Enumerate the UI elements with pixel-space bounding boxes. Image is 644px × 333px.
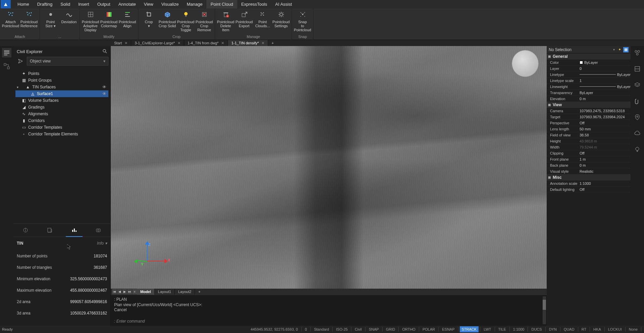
prop-value[interactable]: 50 mm <box>578 127 631 131</box>
info-tab-stats[interactable] <box>66 223 83 237</box>
ribbon-pointcloud-crop-solid[interactable]: PointcloudCrop Solid <box>158 9 177 35</box>
ribbon-pointcloud-colormap[interactable]: PointcloudColormap <box>100 9 118 35</box>
collapse-icon[interactable]: ▣ <box>548 103 551 107</box>
prop-value[interactable]: 79.5244 m <box>578 145 631 149</box>
prop-group-header[interactable]: ▣Misc <box>547 174 631 180</box>
visibility-icon[interactable]: 👁 <box>102 85 108 89</box>
prop-row[interactable]: Width79.5244 m <box>547 144 631 150</box>
status-toggle-strack[interactable]: STRACK <box>460 326 479 332</box>
status-toggle-lwt[interactable]: LWT <box>482 326 493 332</box>
menu-manage[interactable]: Manage <box>183 0 206 8</box>
prop-value[interactable]: ByLayer <box>578 91 631 95</box>
new-doc-button[interactable]: + <box>268 40 277 46</box>
status-units[interactable]: 0 <box>303 326 309 332</box>
tree-node-tin-surfaces[interactable]: ▾▲TIN Surfaces👁 <box>15 84 108 90</box>
ribbon-pointcloud-export[interactable]: PointcloudExport <box>235 9 253 35</box>
right-tool-location[interactable] <box>633 113 642 122</box>
menu-visualize[interactable]: Visualize <box>157 0 183 8</box>
add-layout-button[interactable]: + <box>195 289 204 295</box>
menu-solid[interactable]: Solid <box>56 0 74 8</box>
close-icon[interactable]: ✕ <box>178 40 181 46</box>
doc-tab[interactable]: 3-1_CivilExplorer-Large*✕ <box>131 40 184 46</box>
quickselect-icon[interactable]: ✦ <box>617 47 622 52</box>
info-tab-2[interactable] <box>41 223 58 237</box>
tin-info-dropdown[interactable]: Info ▾ <box>97 241 107 246</box>
status-toggle-dyn[interactable]: DYN <box>547 326 559 332</box>
ribbon-pointcloud-reference[interactable]: PointcloudReference <box>20 9 38 35</box>
tree-node-point-groups[interactable]: ▦Point Groups <box>15 77 108 84</box>
layout-nav-first[interactable]: ⏮ <box>112 289 117 294</box>
layout-tab-model[interactable]: Model <box>137 289 155 295</box>
search-icon[interactable] <box>102 49 107 54</box>
command-scrollbar[interactable] <box>543 296 546 324</box>
structure-tab-icon[interactable] <box>2 61 11 71</box>
info-tab-1[interactable] <box>17 223 34 237</box>
3d-viewport[interactable]: Z X Y <box>111 46 547 326</box>
prop-value[interactable]: 1 <box>578 79 631 83</box>
visibility-icon[interactable]: 👁 <box>102 91 108 96</box>
layout-nav-next[interactable]: ▶ <box>122 289 127 294</box>
close-icon[interactable]: ✕ <box>261 40 264 46</box>
civil-explorer-tab-icon[interactable] <box>2 48 11 57</box>
tree-node-surface1[interactable]: ◬Surface1👁 <box>15 90 108 97</box>
menu-ai-assist[interactable]: AI Assist <box>271 0 296 8</box>
ribbon-pointcloud-adaptive-display[interactable]: PointcloudAdaptive Display <box>81 9 100 35</box>
prop-row[interactable]: Default lightingOff <box>547 186 631 193</box>
prop-value[interactable]: Off <box>578 188 631 192</box>
prop-row[interactable]: Elevation0 m <box>547 96 631 102</box>
selection-tool-icon[interactable]: ▦ <box>623 47 629 52</box>
tree-node-corridor-templates[interactable]: ▭Corridor Templates <box>15 124 108 131</box>
ribbon-snap-to-pointcloud[interactable]: Snapto Pointcloud <box>293 9 312 35</box>
prop-row[interactable]: Front plane1 m <box>547 156 631 162</box>
ribbon-pointcloud-crop-remove[interactable]: PointcloudCrop Remove <box>195 9 213 35</box>
object-view-selector-icon[interactable] <box>15 57 26 66</box>
expand-icon[interactable]: ▾ <box>17 85 18 89</box>
layout-nav-last[interactable]: ⏭ <box>127 289 132 294</box>
layout-tab-layout2[interactable]: Layout2 <box>175 289 195 295</box>
ribbon-pointcloud-delete-item[interactable]: PointcloudDelete Item <box>216 9 235 35</box>
ribbon-attach-pointcloud[interactable]: AttachPointcloud <box>1 9 20 35</box>
prop-row[interactable]: LinetypeByLayer <box>547 72 631 78</box>
collapse-icon[interactable]: ▣ <box>548 55 551 58</box>
ribbon-pointcloud-crop-toggle[interactable]: PointcloudCrop Toggle <box>177 9 195 35</box>
status-toggle-hka[interactable]: HKA <box>591 326 603 332</box>
prop-value[interactable]: 43.9818 m <box>578 139 631 143</box>
layout-nav-list[interactable]: ≡ <box>132 289 137 294</box>
right-tool-cloud[interactable] <box>633 129 642 138</box>
ribbon-point-clouds-[interactable]: PointClouds... <box>253 9 272 35</box>
layout-nav-prev[interactable]: ◀ <box>117 289 122 294</box>
object-view-dropdown[interactable]: Object view ▾ <box>27 57 108 66</box>
prop-group-header[interactable]: ▣View <box>547 102 631 108</box>
doc-tab[interactable]: 1-4_TIN from dwg*✕ <box>184 40 228 46</box>
prop-value[interactable]: 107983.9679, 233984.2024 <box>578 115 631 119</box>
status-toggle-ortho[interactable]: ORTHO <box>400 326 417 332</box>
prop-value[interactable]: 107983.2475, 233983.5318 <box>578 109 631 113</box>
menu-home[interactable]: Home <box>13 0 33 8</box>
command-line[interactable]: : PLANPlan view of [Current/Ucs/World] <… <box>111 295 547 326</box>
status-coords[interactable]: 445945.9532, 92275.6593, 0 <box>249 326 300 332</box>
status-toggle-grid[interactable]: GRID <box>384 326 397 332</box>
menu-expresstools[interactable]: ExpressTools <box>237 0 271 8</box>
prop-value[interactable]: 0 m <box>578 97 631 101</box>
right-tool-bulb[interactable] <box>633 145 642 154</box>
tree-node-alignments[interactable]: ∿Alignments <box>15 111 108 117</box>
right-tool-attach[interactable] <box>633 96 642 106</box>
prop-value[interactable]: 0 m <box>578 163 631 167</box>
ribbon-pointcloud-settings[interactable]: PointcloudSettings <box>272 9 290 35</box>
status-toggle-tile[interactable]: TILE <box>496 326 508 332</box>
ribbon-crop-[interactable]: Crop▾ <box>140 9 158 35</box>
info-tab-4[interactable] <box>90 223 107 237</box>
tree-node-corridors[interactable]: ▮Corridors <box>15 117 108 124</box>
close-icon[interactable]: ✕ <box>221 40 224 46</box>
status-layer[interactable]: Standard <box>312 326 331 332</box>
prop-row[interactable]: Target107983.9679, 233984.2024 <box>547 114 631 120</box>
prop-group-header[interactable]: ▣General <box>547 53 631 59</box>
status-toggle-esnap[interactable]: ESNAP <box>440 326 456 332</box>
prop-row[interactable]: Back plane0 m <box>547 162 631 168</box>
ribbon-point-size-[interactable]: PointSize ▾ <box>41 9 60 35</box>
prop-row[interactable]: ColorByLayer <box>547 59 631 66</box>
tree-node-volume-surfaces[interactable]: ◧Volume Surfaces <box>15 97 108 104</box>
menu-output[interactable]: Output <box>93 0 114 8</box>
prop-row[interactable]: PerspectiveOff <box>547 120 631 126</box>
status-toggle-quad[interactable]: QUAD <box>562 326 577 332</box>
